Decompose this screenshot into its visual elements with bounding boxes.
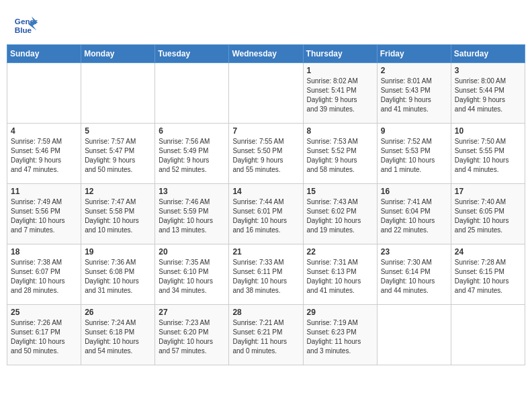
weekday-header-wednesday: Wednesday <box>229 45 303 63</box>
calendar-cell: 24Sunrise: 7:28 AM Sunset: 6:15 PM Dayli… <box>451 244 525 305</box>
svg-text:Blue: Blue <box>15 26 32 34</box>
day-number: 22 <box>307 247 373 257</box>
day-info: Sunrise: 7:38 AM Sunset: 6:07 PM Dayligh… <box>11 258 77 295</box>
day-info: Sunrise: 7:43 AM Sunset: 6:02 PM Dayligh… <box>307 197 373 235</box>
calendar-cell: 8Sunrise: 7:53 AM Sunset: 5:52 PM Daylig… <box>303 124 377 184</box>
day-number: 27 <box>159 308 225 317</box>
calendar-cell: 12Sunrise: 7:47 AM Sunset: 5:58 PM Dayli… <box>81 184 155 244</box>
day-info: Sunrise: 7:30 AM Sunset: 6:14 PM Dayligh… <box>381 258 447 295</box>
day-number: 24 <box>455 247 521 257</box>
calendar-cell: 21Sunrise: 7:33 AM Sunset: 6:11 PM Dayli… <box>229 244 303 305</box>
day-info: Sunrise: 8:01 AM Sunset: 5:43 PM Dayligh… <box>381 77 447 114</box>
calendar-cell: 16Sunrise: 7:41 AM Sunset: 6:04 PM Dayli… <box>377 184 451 244</box>
day-number: 10 <box>455 126 521 136</box>
weekday-header-tuesday: Tuesday <box>155 45 229 63</box>
day-number: 29 <box>307 308 373 317</box>
day-info: Sunrise: 7:31 AM Sunset: 6:13 PM Dayligh… <box>307 258 373 295</box>
day-number: 4 <box>11 126 77 136</box>
calendar-cell: 13Sunrise: 7:46 AM Sunset: 5:59 PM Dayli… <box>155 184 229 244</box>
calendar-cell: 15Sunrise: 7:43 AM Sunset: 6:02 PM Dayli… <box>303 184 377 244</box>
day-number: 25 <box>11 308 77 317</box>
calendar-cell: 20Sunrise: 7:35 AM Sunset: 6:10 PM Dayli… <box>155 244 229 305</box>
calendar-cell: 2Sunrise: 8:01 AM Sunset: 5:43 PM Daylig… <box>377 63 451 124</box>
day-number: 9 <box>381 126 447 136</box>
calendar-cell <box>7 63 81 124</box>
day-number: 23 <box>381 247 447 257</box>
day-info: Sunrise: 7:40 AM Sunset: 6:05 PM Dayligh… <box>455 197 521 235</box>
day-info: Sunrise: 7:53 AM Sunset: 5:52 PM Dayligh… <box>307 137 373 175</box>
calendar-cell: 1Sunrise: 8:02 AM Sunset: 5:41 PM Daylig… <box>303 63 377 124</box>
calendar-cell: 28Sunrise: 7:21 AM Sunset: 6:21 PM Dayli… <box>229 305 303 365</box>
logo-icon: General Blue <box>13 13 38 38</box>
day-info: Sunrise: 7:26 AM Sunset: 6:17 PM Dayligh… <box>11 318 77 356</box>
calendar-cell: 29Sunrise: 7:19 AM Sunset: 6:23 PM Dayli… <box>303 305 377 365</box>
day-info: Sunrise: 7:59 AM Sunset: 5:46 PM Dayligh… <box>11 137 77 175</box>
day-info: Sunrise: 7:19 AM Sunset: 6:23 PM Dayligh… <box>307 318 373 356</box>
calendar-cell: 4Sunrise: 7:59 AM Sunset: 5:46 PM Daylig… <box>7 124 81 184</box>
calendar-cell: 5Sunrise: 7:57 AM Sunset: 5:47 PM Daylig… <box>81 124 155 184</box>
day-number: 14 <box>232 187 299 196</box>
day-info: Sunrise: 7:41 AM Sunset: 6:04 PM Dayligh… <box>381 197 447 235</box>
day-info: Sunrise: 7:52 AM Sunset: 5:53 PM Dayligh… <box>381 137 447 175</box>
day-number: 20 <box>159 247 225 257</box>
calendar-cell <box>81 63 155 124</box>
day-info: Sunrise: 7:23 AM Sunset: 6:20 PM Dayligh… <box>159 318 225 356</box>
calendar-cell <box>377 305 451 365</box>
calendar-cell: 19Sunrise: 7:36 AM Sunset: 6:08 PM Dayli… <box>81 244 155 305</box>
day-info: Sunrise: 7:36 AM Sunset: 6:08 PM Dayligh… <box>85 258 151 295</box>
day-number: 2 <box>381 66 447 75</box>
day-number: 28 <box>232 308 299 317</box>
calendar-cell: 17Sunrise: 7:40 AM Sunset: 6:05 PM Dayli… <box>451 184 525 244</box>
day-number: 13 <box>159 187 225 196</box>
weekday-header-saturday: Saturday <box>451 45 525 63</box>
logo: General Blue <box>13 13 40 38</box>
calendar-cell: 9Sunrise: 7:52 AM Sunset: 5:53 PM Daylig… <box>377 124 451 184</box>
calendar-cell: 3Sunrise: 8:00 AM Sunset: 5:44 PM Daylig… <box>451 63 525 124</box>
calendar-cell: 10Sunrise: 7:50 AM Sunset: 5:55 PM Dayli… <box>451 124 525 184</box>
day-number: 6 <box>159 126 225 136</box>
weekday-header-sunday: Sunday <box>7 45 81 63</box>
day-number: 8 <box>307 126 373 136</box>
day-number: 7 <box>232 126 299 136</box>
calendar-cell: 27Sunrise: 7:23 AM Sunset: 6:20 PM Dayli… <box>155 305 229 365</box>
weekday-header-thursday: Thursday <box>303 45 377 63</box>
day-info: Sunrise: 8:02 AM Sunset: 5:41 PM Dayligh… <box>307 77 373 114</box>
calendar-cell: 23Sunrise: 7:30 AM Sunset: 6:14 PM Dayli… <box>377 244 451 305</box>
calendar-table: SundayMondayTuesdayWednesdayThursdayFrid… <box>7 44 525 365</box>
day-number: 16 <box>381 187 447 196</box>
day-number: 12 <box>85 187 151 196</box>
day-info: Sunrise: 7:56 AM Sunset: 5:49 PM Dayligh… <box>159 137 225 175</box>
day-info: Sunrise: 7:50 AM Sunset: 5:55 PM Dayligh… <box>455 137 521 175</box>
day-info: Sunrise: 7:44 AM Sunset: 6:01 PM Dayligh… <box>232 197 299 235</box>
calendar-cell: 6Sunrise: 7:56 AM Sunset: 5:49 PM Daylig… <box>155 124 229 184</box>
day-info: Sunrise: 7:46 AM Sunset: 5:59 PM Dayligh… <box>159 197 225 235</box>
calendar-cell <box>229 63 303 124</box>
calendar-cell: 18Sunrise: 7:38 AM Sunset: 6:07 PM Dayli… <box>7 244 81 305</box>
calendar-cell: 11Sunrise: 7:49 AM Sunset: 5:56 PM Dayli… <box>7 184 81 244</box>
day-number: 19 <box>85 247 151 257</box>
calendar-cell <box>155 63 229 124</box>
day-info: Sunrise: 7:35 AM Sunset: 6:10 PM Dayligh… <box>159 258 225 295</box>
day-number: 26 <box>85 308 151 317</box>
day-number: 21 <box>232 247 299 257</box>
calendar-cell: 25Sunrise: 7:26 AM Sunset: 6:17 PM Dayli… <box>7 305 81 365</box>
calendar-cell: 7Sunrise: 7:55 AM Sunset: 5:50 PM Daylig… <box>229 124 303 184</box>
day-info: Sunrise: 7:57 AM Sunset: 5:47 PM Dayligh… <box>85 137 151 175</box>
day-number: 11 <box>11 187 77 196</box>
weekday-header-monday: Monday <box>81 45 155 63</box>
day-info: Sunrise: 8:00 AM Sunset: 5:44 PM Dayligh… <box>455 77 521 114</box>
day-info: Sunrise: 7:47 AM Sunset: 5:58 PM Dayligh… <box>85 197 151 235</box>
day-number: 17 <box>455 187 521 196</box>
day-number: 15 <box>307 187 373 196</box>
day-info: Sunrise: 7:21 AM Sunset: 6:21 PM Dayligh… <box>232 318 299 356</box>
day-number: 3 <box>455 66 521 75</box>
day-info: Sunrise: 7:24 AM Sunset: 6:18 PM Dayligh… <box>85 318 151 356</box>
calendar-cell <box>451 305 525 365</box>
day-number: 18 <box>11 247 77 257</box>
day-info: Sunrise: 7:49 AM Sunset: 5:56 PM Dayligh… <box>11 197 77 235</box>
calendar-cell: 26Sunrise: 7:24 AM Sunset: 6:18 PM Dayli… <box>81 305 155 365</box>
day-number: 1 <box>307 66 373 75</box>
day-info: Sunrise: 7:33 AM Sunset: 6:11 PM Dayligh… <box>232 258 299 295</box>
weekday-header-friday: Friday <box>377 45 451 63</box>
calendar-cell: 14Sunrise: 7:44 AM Sunset: 6:01 PM Dayli… <box>229 184 303 244</box>
